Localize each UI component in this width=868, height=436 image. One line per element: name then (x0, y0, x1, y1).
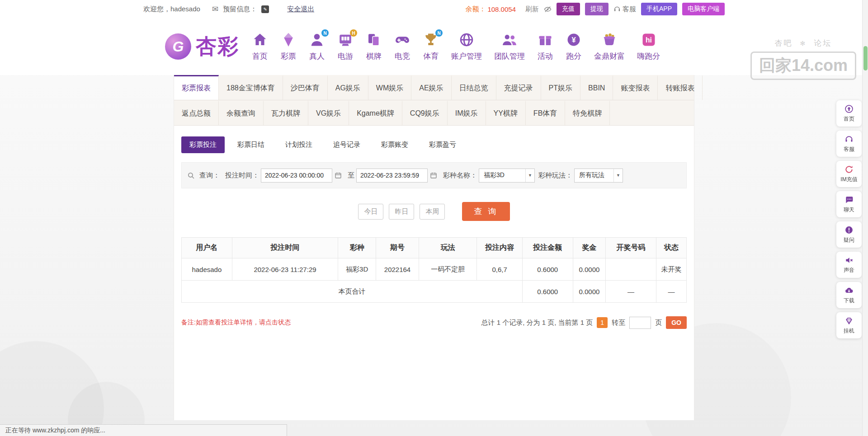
nav-item-wealth[interactable]: 金鼎财富 (594, 32, 625, 61)
chess-icon (366, 32, 382, 48)
nav-item-account[interactable]: 账户管理 (451, 32, 482, 61)
nav-item-paofen[interactable]: ¥ 跑分 (566, 32, 582, 61)
tab-wali-chess[interactable]: 瓦力棋牌 (264, 100, 308, 125)
subtab-lottery-bets[interactable]: 彩票投注 (181, 136, 225, 153)
subtab-chase-record[interactable]: 追号记录 (325, 136, 368, 153)
play-type-value: 所有玩法 (575, 171, 613, 179)
nav-item-lottery[interactable]: 彩票 (280, 32, 297, 61)
side-item-sound[interactable]: 声音 (836, 252, 862, 278)
side-item-question[interactable]: 疑问 (836, 221, 862, 248)
side-item-afk[interactable]: 挂机 (836, 312, 862, 338)
col-status: 状态 (656, 238, 686, 258)
recharge-refresh-icon (844, 165, 854, 174)
nav-item-hi-paofen[interactable]: hi 嗨跑分 (637, 32, 660, 61)
subtab-plan-bets[interactable]: 计划投注 (277, 136, 321, 153)
side-item-download[interactable]: 下载 (836, 282, 862, 308)
yesterday-button[interactable]: 昨日 (389, 204, 414, 220)
chevron-down-icon: ▼ (613, 169, 623, 182)
refresh-button[interactable]: 刷新 (525, 5, 539, 14)
tab-fb-sport[interactable]: FB体育 (526, 100, 565, 125)
scrollbar-track[interactable] (862, 0, 868, 436)
tab-ae[interactable]: AE娱乐 (411, 75, 451, 100)
subtab-lottery-daily[interactable]: 彩票日结 (229, 136, 273, 153)
nav-item-label: 棋牌 (366, 51, 382, 61)
tab-cq9[interactable]: CQ9娱乐 (402, 100, 448, 125)
lottery-name-select[interactable]: 福彩3D ▼ (479, 169, 535, 183)
service-link[interactable]: 客服 (623, 5, 636, 14)
nav-item-egame[interactable]: H 电游 (337, 32, 354, 61)
mobile-app-button[interactable]: 手机APP (641, 3, 677, 15)
tab-yy-chess[interactable]: YY棋牌 (486, 100, 526, 125)
new-badge: N (321, 29, 329, 37)
side-item-service[interactable]: 客服 (836, 131, 862, 157)
tab-wm[interactable]: WM娱乐 (368, 75, 411, 100)
play-type-select[interactable]: 所有玩法 ▼ (574, 169, 623, 183)
nav-item-label: 金鼎财富 (594, 51, 625, 61)
cell-status-link[interactable]: 未开奖 (656, 258, 686, 281)
scrollbar-thumb[interactable] (863, 46, 868, 70)
subtab-lottery-account-change[interactable]: 彩票账变 (373, 136, 416, 153)
cell-bet-amount: 0.6000 (522, 258, 573, 281)
nav-item-live[interactable]: N 真人 (309, 32, 325, 61)
calendar-icon[interactable] (335, 172, 342, 179)
side-item-im-recharge[interactable]: IM充值 (836, 161, 862, 187)
nav-item-sports[interactable]: N 体育 (423, 32, 439, 61)
egame-icon: H (337, 32, 354, 48)
tab-rebate-total[interactable]: 返点总额 (174, 100, 219, 125)
tab-ag[interactable]: AG娱乐 (328, 75, 368, 100)
svg-text:hi: hi (646, 36, 652, 44)
eye-off-icon[interactable] (544, 5, 552, 13)
withdraw-button[interactable]: 提现 (585, 3, 609, 15)
go-button[interactable]: GO (666, 316, 687, 329)
nav-item-esports[interactable]: 电竞 (394, 32, 410, 61)
tab-vg[interactable]: VG娱乐 (308, 100, 349, 125)
search-button[interactable]: 查 询 (462, 202, 509, 221)
tab-deposit-withdraw-record[interactable]: 充提记录 (496, 75, 541, 100)
logout-link[interactable]: 安全退出 (287, 5, 314, 14)
tab-im[interactable]: IM娱乐 (448, 100, 486, 125)
pagination-summary: 总计 1 个记录, 分为 1 页, 当前第 1 页 (481, 319, 593, 327)
col-bet-content: 投注内容 (477, 238, 523, 258)
nav-item-home[interactable]: 首页 (252, 32, 268, 61)
pc-client-button[interactable]: 电脑客户端 (682, 3, 725, 15)
start-time-input[interactable] (261, 169, 332, 183)
tab-daily-summary[interactable]: 日结总览 (452, 75, 496, 100)
brand-name: 杏彩 (196, 33, 239, 61)
activity-gift-icon (537, 32, 553, 48)
subtab-lottery-profit[interactable]: 彩票盈亏 (421, 136, 464, 153)
tab-lottery-report[interactable]: 彩票报表 (174, 75, 219, 100)
tab-shaba-sport[interactable]: 沙巴体育 (283, 75, 328, 100)
tab-pt[interactable]: PT娱乐 (541, 75, 580, 100)
nav-item-activity[interactable]: 活动 (537, 32, 553, 61)
nav-item-chess[interactable]: 棋牌 (366, 32, 382, 61)
calendar-icon[interactable] (430, 172, 437, 179)
mail-icon[interactable]: ✉ (212, 5, 218, 14)
col-bet-time: 投注时间 (232, 238, 338, 258)
end-time-input[interactable] (356, 169, 428, 183)
recharge-button[interactable]: 充值 (557, 3, 580, 15)
tab-account-change-report[interactable]: 账变报表 (613, 75, 658, 100)
side-item-chat[interactable]: 聊天 (836, 191, 862, 217)
nav-item-team[interactable]: 团队管理 (494, 32, 525, 61)
logo-icon: G (165, 33, 191, 60)
sound-mute-icon (844, 256, 854, 265)
tab-transfer-report[interactable]: 转账报表 (658, 75, 703, 100)
tab-bbin[interactable]: BBIN (580, 75, 613, 100)
tab-special-chess[interactable]: 特免棋牌 (565, 100, 610, 125)
tab-188-sport[interactable]: 188金宝博体育 (219, 75, 283, 100)
goto-page-input[interactable] (629, 317, 651, 329)
nav-item-label: 跑分 (566, 51, 581, 61)
brand-logo[interactable]: G 杏彩 (165, 33, 239, 61)
page-1-button[interactable]: 1 (597, 317, 608, 328)
table-header-row: 用户名 投注时间 彩种 期号 玩法 投注内容 投注金额 奖金 开奖号码 状态 (182, 238, 687, 258)
table-footer-row: 备注:如需查看投注单详情，请点击状态 总计 1 个记录, 分为 1 页, 当前第… (181, 316, 687, 329)
edit-icon[interactable]: ✎ (261, 5, 269, 13)
today-button[interactable]: 今日 (358, 204, 383, 220)
tab-balance-query[interactable]: 余额查询 (219, 100, 264, 125)
tab-kgame[interactable]: Kgame棋牌 (349, 100, 402, 125)
headset-icon (613, 5, 621, 13)
side-item-home[interactable]: 首页 (836, 100, 862, 127)
topbar-inner: 欢迎您，hadesado ✉ 预留信息： ✎ 安全退出 余额： 108.0054… (143, 0, 725, 18)
nav-item-label: 嗨跑分 (637, 51, 660, 61)
this-week-button[interactable]: 本周 (420, 204, 445, 220)
